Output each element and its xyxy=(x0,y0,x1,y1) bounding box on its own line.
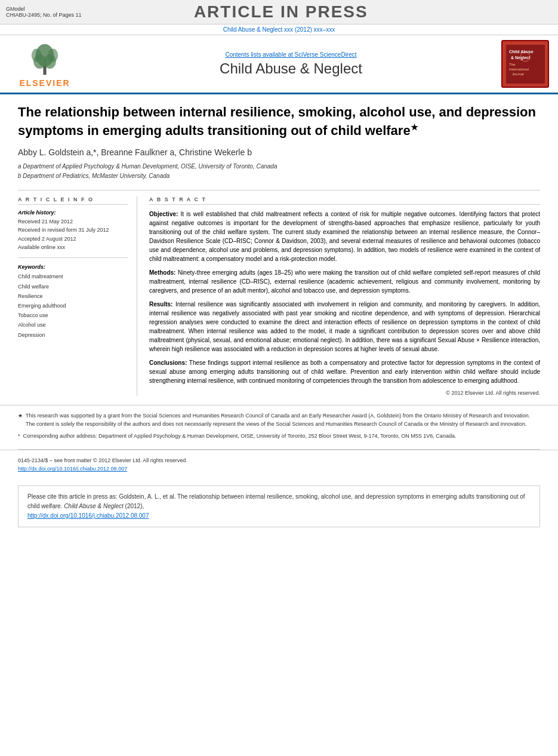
journal-title-area: Contents lists available at SciVerse Sci… xyxy=(81,51,501,77)
affiliation-b: b Department of Pediatrics, McMaster Uni… xyxy=(18,171,540,181)
abstract-conclusions: Conclusions: These findings support inte… xyxy=(149,358,540,385)
abstract-objective: Objective: It is well established that c… xyxy=(149,210,540,263)
issn-text: 0145-2134/$ – see front matter © 2012 El… xyxy=(18,456,540,465)
article-history: Article history: Received 21 May 2012 Re… xyxy=(18,210,128,252)
authors-line: Abby L. Goldstein a,*, Breanne Faulkner … xyxy=(18,147,540,157)
two-column-layout: A R T I C L E I N F O Article history: R… xyxy=(18,196,540,396)
issn-section: 0145-2134/$ – see front matter © 2012 El… xyxy=(0,450,558,480)
abstract-results: Results: Internal resilience was signifi… xyxy=(149,300,540,354)
keyword-5: Tobacco use xyxy=(18,311,128,320)
corresponding-note-text: Corresponding author address: Department… xyxy=(23,432,457,440)
title-star: ★ xyxy=(411,122,418,132)
svg-rect-0 xyxy=(43,66,46,75)
svg-text:International: International xyxy=(509,67,529,71)
objective-label: Objective: xyxy=(149,211,178,217)
svg-text:The: The xyxy=(509,63,516,66)
methods-label: Methods: xyxy=(149,269,175,276)
history-label: Article history: xyxy=(18,210,128,216)
article-title: The relationship between internal resili… xyxy=(18,103,540,140)
available-online: Available online xxx xyxy=(18,243,128,251)
footnote-section: ★ This research was supported by a grant… xyxy=(0,405,558,449)
objective-text: It is well established that child maltre… xyxy=(149,211,540,262)
svg-text:Journal: Journal xyxy=(512,72,524,76)
doi-link[interactable]: http://dx.doi.org/10.1016/j.chiabu.2012.… xyxy=(18,465,540,473)
elsevier-wordmark: ELSEVIER xyxy=(19,78,70,88)
citation-line: Child Abuse & Neglect xxx (2012) xxx–xxx xyxy=(0,24,558,35)
chiabu-label: CHIABU-2495; xyxy=(6,12,42,18)
accepted-date: Accepted 2 August 2012 xyxy=(18,235,128,243)
svg-text:Child Abuse: Child Abuse xyxy=(509,50,534,54)
top-header: GModel CHIABU-2495; No. of Pages 11 ARTI… xyxy=(0,0,558,24)
corresponding-footnote: * Corresponding author address: Departme… xyxy=(18,432,540,440)
keyword-1: Child maltreatment xyxy=(18,272,128,281)
journal-header: ELSEVIER Contents lists available at Sci… xyxy=(0,35,558,94)
svg-point-5 xyxy=(48,49,58,62)
journal-name: Child Abuse & Neglect xyxy=(81,60,501,77)
keyword-7: Depression xyxy=(18,330,128,340)
journal-logo-inner: Child Abuse & Neglect The International … xyxy=(505,44,545,84)
svg-point-4 xyxy=(32,49,42,62)
journal-logo-right: Child Abuse & Neglect The International … xyxy=(501,40,549,88)
methods-text: Ninety-three emerging adults (ages 18–25… xyxy=(149,269,540,294)
conclusions-text: These findings support internal resilien… xyxy=(149,359,540,384)
citation-year: (2012), xyxy=(124,503,144,509)
copyright-line: © 2012 Elsevier Ltd. All rights reserved… xyxy=(149,390,540,396)
affiliation-a: a Department of Applied Psychology & Hum… xyxy=(18,162,540,171)
citation-box: Please cite this article in press as: Go… xyxy=(18,485,540,527)
results-label: Results: xyxy=(149,301,172,308)
gmodel-info: GModel CHIABU-2495; No. of Pages 11 xyxy=(6,6,82,18)
star-symbol: ★ xyxy=(18,411,23,429)
star-footnote: ★ This research was supported by a grant… xyxy=(18,411,540,429)
revised-date: Received in revised form 31 July 2012 xyxy=(18,226,128,234)
sciverse-link[interactable]: Contents lists available at SciVerse Sci… xyxy=(81,51,501,58)
citation-text: Child Abuse & Neglect xxx (2012) xxx–xxx xyxy=(223,26,335,33)
article-info-column: A R T I C L E I N F O Article history: R… xyxy=(18,196,137,396)
abstract-methods: Methods: Ninety-three emerging adults (a… xyxy=(149,268,540,295)
asterisk-symbol: * xyxy=(18,432,20,440)
elsevier-logo: ELSEVIER xyxy=(9,40,81,88)
citation-doi[interactable]: http://dx.doi.org/10.1016/j.chiabu.2012.… xyxy=(27,512,149,519)
abstract-column: A B S T R A C T Objective: It is well es… xyxy=(149,196,540,396)
results-text: Internal resilience was significantly as… xyxy=(149,301,540,352)
star-note-text: This research was supported by a grant f… xyxy=(26,411,540,429)
keyword-6: Alcohol use xyxy=(18,320,128,330)
author-affiliations: a Department of Applied Psychology & Hum… xyxy=(18,162,540,181)
article-title-text: The relationship between internal resili… xyxy=(18,105,536,138)
elsevier-tree-icon xyxy=(27,40,63,76)
conclusions-label: Conclusions: xyxy=(149,359,187,366)
article-info-section-label: A R T I C L E I N F O xyxy=(18,196,128,205)
keywords-list: Child maltreatment Child welfare Resilie… xyxy=(18,272,128,339)
divider xyxy=(18,190,540,190)
keywords-section: Keywords: Child maltreatment Child welfa… xyxy=(18,264,128,339)
keywords-label: Keywords: xyxy=(18,264,128,270)
keyword-4: Emerging adulthood xyxy=(18,301,128,311)
article-in-press-banner: ARTICLE IN PRESS xyxy=(82,2,480,21)
received-date: Received 21 May 2012 xyxy=(18,217,128,226)
abstract-section-label: A B S T R A C T xyxy=(149,196,540,205)
info-divider xyxy=(18,257,128,258)
pages-label: No. of Pages 11 xyxy=(43,12,82,18)
keyword-2: Child welfare xyxy=(18,282,128,291)
keyword-3: Resilience xyxy=(18,291,128,301)
citation-journal-name: Child Abuse & Neglect xyxy=(64,503,124,509)
gmodel-label: GModel xyxy=(6,6,25,12)
main-content: The relationship between internal resili… xyxy=(0,94,558,405)
child-abuse-neglect-logo-icon: Child Abuse & Neglect The International … xyxy=(506,45,545,84)
